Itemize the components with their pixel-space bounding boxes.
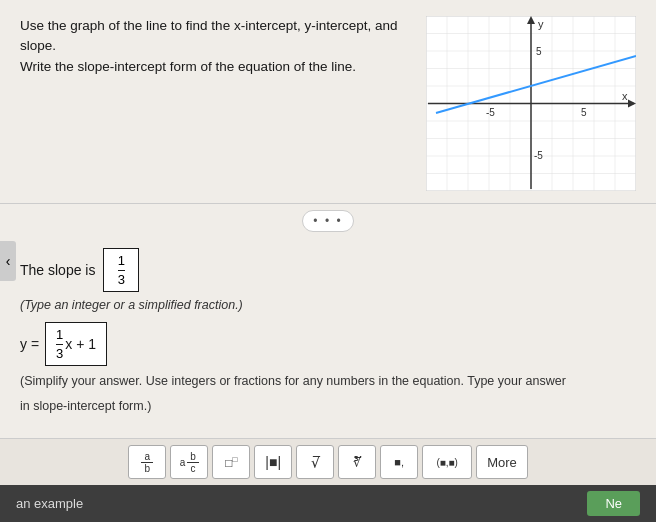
svg-text:5: 5 <box>581 107 587 118</box>
eq-fraction: 1 3 <box>56 327 63 361</box>
simplify-hint2: in slope-intercept form.) <box>20 397 636 416</box>
svg-text:5: 5 <box>536 46 542 57</box>
dots-area: • • • <box>0 204 656 236</box>
cbrt-button[interactable]: ∛̅ <box>338 445 376 479</box>
power-button[interactable]: □□ <box>212 445 250 479</box>
slope-denominator: 3 <box>118 271 125 288</box>
slope-line: The slope is 1 3 <box>20 248 636 292</box>
dots-button[interactable]: • • • <box>302 210 353 232</box>
slope-label: The slope is <box>20 262 95 278</box>
eq-denominator: 3 <box>56 345 63 362</box>
question-text: Use the graph of the line to find the x-… <box>20 16 400 77</box>
point-button[interactable]: (■,■) <box>422 445 472 479</box>
sqrt-button[interactable]: √̅ <box>296 445 334 479</box>
power-icon: □□ <box>225 455 237 470</box>
eq-suffix: x + 1 <box>65 336 96 352</box>
toolbar: a b a b c □□ |■| √̅ ∛ <box>0 438 656 485</box>
question-line1: Use the graph of the line to find the x-… <box>20 16 400 57</box>
equation-line: y = 1 3 x + 1 <box>20 322 636 366</box>
question-line2: Write the slope-intercept form of the eq… <box>20 57 400 77</box>
simplify-hint1: (Simplify your answer. Use integers or f… <box>20 372 636 391</box>
bottom-left-label: an example <box>16 496 83 511</box>
next-button[interactable]: Ne <box>587 491 640 516</box>
slope-fraction-box: 1 3 <box>103 248 139 292</box>
abs-icon: |■| <box>265 454 281 470</box>
point-icon: (■,■) <box>436 457 458 468</box>
svg-text:-5: -5 <box>534 150 543 161</box>
cbrt-icon: ∛̅ <box>353 455 361 470</box>
abs-value-button[interactable]: |■| <box>254 445 292 479</box>
slope-hint: (Type an integer or a simplified fractio… <box>20 298 636 312</box>
fraction-button[interactable]: a b <box>128 445 166 479</box>
bottom-bar: an example Ne <box>0 485 656 522</box>
sqrt-icon: √̅ <box>311 454 320 470</box>
svg-text:y: y <box>538 18 544 30</box>
slope-numerator: 1 <box>118 253 125 271</box>
svg-text:-5: -5 <box>486 107 495 118</box>
mixed-number-button[interactable]: a b c <box>170 445 208 479</box>
fraction-icon: a b <box>141 451 153 474</box>
mixed-icon: a b c <box>180 451 199 474</box>
decimal-icon: ■, <box>394 456 404 468</box>
svg-text:x: x <box>622 90 628 102</box>
top-section: Use the graph of the line to find the x-… <box>0 0 656 203</box>
main-container: ‹ Use the graph of the line to find the … <box>0 0 656 522</box>
more-button[interactable]: More <box>476 445 528 479</box>
decimal-button[interactable]: ■, <box>380 445 418 479</box>
eq-prefix: y = <box>20 336 39 352</box>
graph-svg: y x 5 -5 -5 5 <box>426 16 636 191</box>
slope-fraction: 1 3 <box>118 253 125 287</box>
graph-container: y x 5 -5 -5 5 <box>426 16 636 191</box>
left-arrow[interactable]: ‹ <box>0 241 16 281</box>
equation-box: 1 3 x + 1 <box>45 322 107 366</box>
eq-numerator: 1 <box>56 327 63 345</box>
answer-section: The slope is 1 3 (Type an integer or a s… <box>0 236 656 438</box>
